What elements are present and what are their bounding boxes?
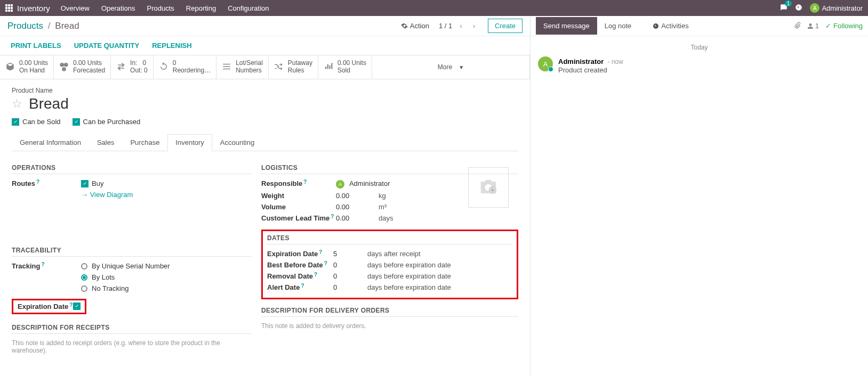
pager-text: 1 / 1 [439, 22, 452, 30]
caret-down-icon: ▼ [459, 64, 464, 70]
shuffle-icon [274, 62, 284, 73]
messaging-icon[interactable]: 1 [780, 4, 787, 13]
removal-date-field[interactable]: 0 [333, 272, 367, 280]
top-nav: Inventory Overview Operations Products R… [0, 0, 868, 16]
stat-inout[interactable]: In: 0 Out: 0 [111, 55, 154, 79]
section-desc-receipts: DESCRIPTION FOR RECEIPTS [12, 324, 252, 334]
favorite-star-icon[interactable]: ☆ [12, 97, 22, 111]
arrows-icon [116, 62, 126, 73]
form-tabs: General Information Sales Purchase Inven… [12, 134, 518, 151]
followers-count[interactable]: 1 [807, 22, 819, 30]
action-dropdown[interactable]: Action [401, 22, 429, 30]
tab-sales[interactable]: Sales [89, 134, 123, 151]
weight-field[interactable]: 0.00 [336, 192, 379, 200]
send-message-button[interactable]: Send message [536, 17, 597, 35]
menu-reporting[interactable]: Reporting [186, 4, 216, 12]
log-author[interactable]: Administrator [558, 58, 604, 66]
app-name[interactable]: Inventory [17, 4, 50, 13]
can-be-purchased-checkbox[interactable]: Can be Purchased [73, 118, 141, 126]
print-labels-button[interactable]: PRINT LABELS [11, 42, 61, 50]
main-menu: Overview Operations Products Reporting C… [61, 4, 269, 12]
stat-more[interactable]: More▼ [372, 55, 530, 79]
replenish-button[interactable]: REPLENISH [152, 42, 191, 50]
alert-date-field[interactable]: 0 [333, 283, 367, 291]
apps-icon[interactable] [5, 4, 13, 12]
tab-purchase[interactable]: Purchase [122, 134, 167, 151]
pager: 1 / 1 ‹ › [439, 21, 478, 31]
menu-operations[interactable]: Operations [101, 4, 135, 12]
refresh-icon [159, 62, 168, 73]
stat-onhand[interactable]: 0.00 UnitsOn Hand [0, 55, 54, 79]
create-button[interactable]: Create [488, 19, 523, 33]
tracking-none-radio[interactable]: No Tracking [81, 284, 252, 292]
bars-icon [324, 62, 333, 73]
breadcrumb-current: Bread [55, 21, 79, 31]
highlight-expiration-checkbox: Expiration Date? [12, 299, 86, 314]
pager-next[interactable]: › [470, 21, 478, 31]
update-quantity-button[interactable]: UPDATE QUANTITY [74, 42, 140, 50]
log-message: Product created [558, 66, 623, 74]
best-before-field[interactable]: 0 [333, 261, 367, 269]
desc-receipts-placeholder[interactable]: This note is added to receipt orders (e.… [12, 339, 252, 354]
log-note-button[interactable]: Log note [597, 17, 639, 35]
highlight-dates-section: DATES Expiration Date? 5days after recei… [261, 230, 518, 299]
user-menu[interactable]: A Administrator [810, 3, 863, 13]
log-entry: A Administrator - now Product created [538, 56, 861, 74]
tracking-serial-radio[interactable]: By Unique Serial Number [81, 262, 252, 270]
avatar: A [810, 3, 819, 13]
breadcrumb-parent[interactable]: Products [7, 21, 43, 31]
view-diagram-link[interactable]: → View Diagram [81, 191, 133, 199]
product-image-upload[interactable] [468, 167, 509, 208]
route-buy-checkbox[interactable]: Buy [81, 179, 252, 187]
expiration-days-field[interactable]: 5 [333, 250, 367, 258]
tab-general[interactable]: General Information [12, 134, 89, 151]
log-day-separator: Today [538, 44, 861, 51]
product-name-label: Product Name [12, 87, 518, 94]
stat-reorder[interactable]: 0Reordering… [154, 55, 216, 79]
menu-overview[interactable]: Overview [61, 4, 90, 12]
section-traceability: TRACEABILITY [12, 247, 252, 257]
section-dates: DATES [267, 234, 512, 244]
menu-configuration[interactable]: Configuration [228, 4, 269, 12]
desc-delivery-placeholder[interactable]: This note is added to delivery orders. [261, 322, 518, 330]
breadcrumb-bar: Products / Bread Action 1 / 1 ‹ › Create [0, 16, 530, 36]
activities-button[interactable]: Activities [645, 17, 696, 35]
can-be-sold-checkbox[interactable]: Can be Sold [12, 118, 61, 126]
box-icon [5, 62, 15, 73]
list-icon [222, 62, 231, 73]
product-name[interactable]: Bread [29, 95, 69, 112]
following-button[interactable]: ✓ Following [825, 22, 863, 30]
lead-time-field[interactable]: 0.00 [336, 214, 379, 222]
user-name: Administrator [822, 4, 863, 12]
tab-accounting[interactable]: Accounting [212, 134, 262, 151]
expiration-date-checkbox[interactable] [73, 303, 81, 310]
stat-strip: 0.00 UnitsOn Hand 0.00 UnitsForecasted I… [0, 55, 530, 79]
attachments-icon[interactable] [794, 22, 801, 30]
section-desc-delivery: DESCRIPTION FOR DELIVERY ORDERS [261, 307, 518, 317]
breadcrumb: Products / Bread [7, 21, 79, 31]
tab-inventory[interactable]: Inventory [167, 134, 212, 151]
stat-lots[interactable]: Lot/SerialNumbers [216, 55, 269, 79]
section-operations: OPERATIONS [12, 164, 252, 174]
activities-icon[interactable] [795, 4, 802, 13]
volume-field[interactable]: 0.00 [336, 203, 379, 211]
message-count: 1 [785, 1, 792, 6]
stat-putaway[interactable]: PutawayRules [269, 55, 318, 79]
chatter-bar: Send message Log note Activities 1 ✓ Fol… [531, 16, 868, 36]
avatar: A [538, 56, 553, 71]
tracking-lots-radio[interactable]: By Lots [81, 273, 252, 281]
pager-prev[interactable]: ‹ [456, 21, 465, 31]
boxes-icon [59, 62, 69, 73]
stat-sold[interactable]: 0.00 UnitsSold [318, 55, 372, 79]
stat-forecasted[interactable]: 0.00 UnitsForecasted [54, 55, 111, 79]
form-toolbar: PRINT LABELS UPDATE QUANTITY REPLENISH [0, 36, 530, 55]
log-time: - now [606, 58, 623, 66]
menu-products[interactable]: Products [147, 4, 174, 12]
